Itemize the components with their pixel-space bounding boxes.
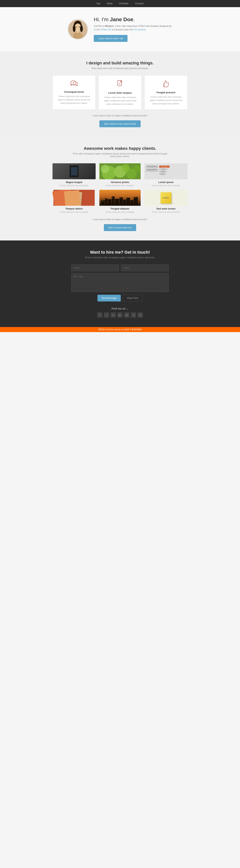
nav-top[interactable]: Top bbox=[93, 0, 104, 7]
features-grid: Consequat lorem Ornare nulla proin odio … bbox=[53, 75, 187, 110]
thumbsup-icon bbox=[148, 80, 184, 89]
feature-text-3: Ornare nulla proin odio consequat sapien… bbox=[148, 95, 184, 105]
feature-text-1: Ornare nulla proin odio consequat sapien… bbox=[56, 95, 92, 105]
social-section: Find me on ... f t in g+ gh d yt bbox=[4, 307, 236, 318]
navigation: Top Work Portfolio Contact bbox=[0, 0, 240, 7]
portfolio-item-6[interactable]: Hello! Sed amet ornare Ornare nulla proi… bbox=[144, 190, 187, 213]
contact-form: Send Message Clear Form bbox=[71, 265, 169, 302]
portfolio-thumb-3: Design Tutorials ▾ Design Tutorials ▾ Ex… bbox=[144, 163, 187, 179]
svg-point-2 bbox=[75, 24, 81, 31]
hero-link-html5up[interactable]: HTML5 UP bbox=[100, 28, 111, 31]
svg-rect-42 bbox=[112, 197, 113, 197]
social-facebook[interactable]: f bbox=[97, 312, 102, 318]
hero-section: Hi. I'm Jane Doe. And this is Miniport, … bbox=[0, 7, 240, 51]
svg-rect-31 bbox=[108, 199, 111, 206]
svg-point-7 bbox=[76, 27, 77, 27]
portfolio-item-4[interactable]: Tempus dolore Ornare nulla proin odio co… bbox=[53, 190, 96, 213]
social-youtube[interactable]: yt bbox=[138, 312, 143, 318]
about-cta-text: Lorem ipsum dolor sit sapien vestibulum … bbox=[4, 114, 236, 117]
hero-heading: Hi. I'm Jane Doe. bbox=[94, 17, 172, 23]
contact-subtitle: Ornare nulla proin odio consequat sapien… bbox=[82, 256, 158, 259]
svg-rect-43 bbox=[112, 198, 113, 198]
feature-card-2: Lorem dolor tempus Ornare nulla proin od… bbox=[98, 75, 142, 110]
svg-rect-34 bbox=[119, 197, 123, 206]
work-cta-text: Lorem ipsum dolor sit sapien vestibulum … bbox=[4, 218, 236, 221]
social-icons: f t in g+ gh d yt bbox=[4, 312, 236, 318]
social-dribbble[interactable]: d bbox=[131, 312, 136, 318]
svg-point-22 bbox=[122, 164, 129, 172]
feature-title-3: Feugiat posuere bbox=[148, 91, 184, 94]
portfolio-grid: Magna feugiat Ornare nulla proin odio co… bbox=[53, 163, 187, 213]
clear-form-button[interactable]: Clear Form bbox=[123, 295, 142, 302]
about-section: I design and build amazing things. Odio … bbox=[0, 51, 240, 137]
svg-rect-39 bbox=[102, 201, 103, 201]
portfolio-item-1[interactable]: Magna feugiat Ornare nulla proin odio co… bbox=[53, 163, 96, 187]
nav-work[interactable]: Work bbox=[104, 0, 116, 7]
hero-link-aj[interactable]: AJ bbox=[94, 28, 96, 31]
hero-description: And this is Miniport, a free, fully resp… bbox=[94, 24, 172, 32]
svg-rect-33 bbox=[115, 199, 119, 206]
social-linkedin[interactable]: in bbox=[111, 312, 116, 318]
hero-link-cca[interactable]: CCA license bbox=[134, 28, 146, 31]
svg-rect-37 bbox=[130, 200, 133, 206]
feature-card-3: Feugiat posuere Ornare nulla proin odio … bbox=[144, 75, 187, 110]
name-input[interactable] bbox=[71, 265, 119, 271]
see-work-button[interactable]: See some of my recent work bbox=[99, 120, 141, 127]
portfolio-item-5[interactable]: Feugiat aliquam Ornare nulla proin odio … bbox=[98, 190, 142, 213]
portfolio-title-3: Lorem ipsum bbox=[144, 181, 187, 184]
learn-more-button[interactable]: Learn about what I do bbox=[94, 35, 128, 42]
portfolio-item-2[interactable]: Veroeros primis Ornare nulla proin odio … bbox=[98, 163, 142, 187]
feature-title-2: Lorem dolor tempus bbox=[102, 91, 138, 94]
nav-contact[interactable]: Contact bbox=[132, 0, 147, 7]
hero-text: Hi. I'm Jane Doe. And this is Miniport, … bbox=[94, 17, 172, 42]
portfolio-thumb-4 bbox=[53, 190, 96, 206]
svg-rect-47 bbox=[136, 197, 136, 198]
svg-point-5 bbox=[73, 32, 83, 39]
feature-card-1: Consequat lorem Ornare nulla proin odio … bbox=[53, 75, 96, 110]
portfolio-desc-4: Ornare nulla proin odio consequat. bbox=[53, 211, 96, 213]
feature-text-2: Ornare nulla proin odio consequat sapien… bbox=[102, 96, 138, 106]
avatar bbox=[68, 19, 88, 40]
svg-point-3 bbox=[73, 25, 75, 32]
document-icon bbox=[102, 80, 138, 89]
social-heading: Find me on ... bbox=[4, 307, 236, 310]
footer-text: 网页设计社区bbs.dieinfo.com更多下载请到网站 bbox=[98, 328, 142, 331]
svg-point-21 bbox=[101, 165, 109, 173]
email-input[interactable] bbox=[121, 265, 169, 271]
portfolio-desc-5: Ornare nulla proin odio consequat. bbox=[98, 211, 142, 213]
portfolio-title-1: Magna feugiat bbox=[53, 181, 96, 184]
svg-point-13 bbox=[73, 82, 77, 85]
svg-rect-46 bbox=[134, 197, 135, 198]
send-message-button[interactable]: Send Message bbox=[98, 295, 121, 302]
portfolio-desc-1: Ornare nulla proin odio consequat. bbox=[53, 184, 96, 187]
about-subtitle: Odio turpis amet sed consequat eget posu… bbox=[4, 67, 236, 70]
svg-rect-41 bbox=[106, 199, 106, 199]
portfolio-desc-3: Ornare nulla proin odio consequat. bbox=[144, 184, 187, 187]
portfolio-title-6: Sed amet ornare bbox=[144, 207, 187, 210]
about-heading: I design and build amazing things. bbox=[4, 61, 236, 65]
work-section: Awesome work makes happy clients. Proin … bbox=[0, 137, 240, 241]
svg-rect-36 bbox=[126, 198, 130, 206]
message-textarea[interactable] bbox=[71, 273, 169, 292]
svg-rect-35 bbox=[123, 199, 126, 206]
nav-portfolio[interactable]: Portfolio bbox=[116, 0, 132, 7]
portfolio-title-5: Feugiat aliquam bbox=[98, 207, 142, 210]
feature-title-1: Consequat lorem bbox=[56, 91, 92, 93]
social-googleplus[interactable]: g+ bbox=[117, 312, 123, 318]
portfolio-desc-2: Ornare nulla proin odio consequat. bbox=[98, 184, 142, 187]
footer-bar: 网页设计社区bbs.dieinfo.com更多下载请到网站 bbox=[0, 327, 240, 332]
portfolio-item-3[interactable]: Design Tutorials ▾ Design Tutorials ▾ Ex… bbox=[144, 163, 187, 187]
portfolio-desc-6: Ornare nulla proin odio consequat. bbox=[144, 211, 187, 213]
portfolio-thumb-1 bbox=[53, 163, 96, 179]
contact-heading: Want to hire me? Get in touch! bbox=[4, 250, 236, 255]
svg-rect-32 bbox=[112, 196, 114, 206]
work-heading: Awesome work makes happy clients. bbox=[4, 146, 236, 151]
svg-rect-6 bbox=[77, 30, 79, 33]
portfolio-thumb-2 bbox=[98, 163, 142, 179]
chat-icon bbox=[56, 80, 92, 88]
svg-point-23 bbox=[134, 165, 140, 172]
work-subtitle: Proin odio consequat sapien vestibulum i… bbox=[71, 152, 169, 158]
social-github[interactable]: gh bbox=[124, 312, 129, 318]
get-in-touch-button[interactable]: Get in touch with me bbox=[104, 224, 136, 231]
social-twitter[interactable]: t bbox=[104, 312, 109, 318]
